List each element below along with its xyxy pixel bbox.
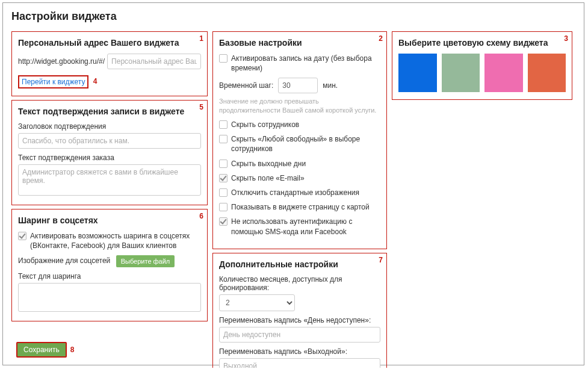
cb-show-map-label: Показывать в виджете страницу с картой [231,202,370,212]
rename-unavail-label: Переименовать надпись «День недоступен»: [219,316,380,324]
panel-color-scheme: 3 Выберите цветовую схему виджета [392,31,572,100]
column-middle: 2 Базовые настройки Активировать запись … [212,31,387,368]
page-title: Настройки виджета [11,10,575,23]
cb-hide-staff-label: Скрыть сотрудников [231,120,299,129]
cb-hide-any-free[interactable]: Скрыть «Любой свободный» в выборе сотруд… [219,134,380,153]
cb-hide-email-box[interactable] [219,174,227,182]
panel-title-sharing: Шаринг в соцсетях [18,216,201,225]
panel-marker-1: 1 [199,34,203,43]
confirmation-heading-input[interactable] [18,133,201,149]
cb-hide-staff[interactable]: Скрыть сотрудников [219,120,380,129]
time-step-unit: мин. [323,81,338,90]
cb-hide-staff-box[interactable] [219,120,227,129]
column-right: 3 Выберите цветовую схему виджета [392,31,572,100]
cb-hide-email[interactable]: Скрыть поле «E-mail» [219,173,380,183]
panel-marker-8: 8 [70,346,75,354]
panel-confirmation-text: 5 Текст подтверждения записи в виджете З… [11,100,208,205]
save-row: Сохранить 8 [16,342,74,358]
rename-unavail-input[interactable] [219,327,380,343]
time-step-hint: Значение не должно превышать продолжител… [219,97,380,115]
confirmation-heading-label: Заголовок подтверждения [18,122,201,131]
panel-title-confirmation: Текст подтверждения записи в виджете [18,107,201,116]
sharing-text-textarea[interactable] [18,283,201,312]
panel-marker-2: 2 [379,34,383,43]
color-swatches [398,54,566,92]
time-step-label: Временной шаг: [219,81,273,90]
address-row: http://widget.gbooking.ru/#/ [18,54,201,69]
color-swatch-green[interactable] [442,54,480,92]
time-step-row: Временной шаг: мин. [219,78,380,93]
cb-no-auth[interactable]: Не использовать аутентификацию с помощью… [219,217,380,236]
panel-personal-address: 1 Персональный адрес Вашего виджета http… [11,31,208,96]
panel-marker-5: 5 [199,103,203,111]
panel-title-colors: Выберите цветовую схему виджета [398,38,566,48]
widget-settings-page: Настройки виджета 1 Персональный адрес В… [2,2,584,365]
save-button[interactable]: Сохранить [16,342,67,358]
panel-social-sharing: 6 Шаринг в соцсетях Активировать возможн… [11,209,208,321]
confirmation-body-label: Текст подтверждения заказа [18,153,201,162]
cb-activate-date[interactable]: Активировать запись на дату (без выбора … [219,54,380,73]
rename-holiday-label: Переименовать надпись «Выходной»: [219,347,380,356]
cb-activate-date-box[interactable] [219,54,227,63]
cb-show-map-box[interactable] [219,203,227,211]
months-label: Количество месяцев, доступных для бронир… [219,275,380,292]
sharing-enable-checkbox[interactable] [18,232,26,240]
panel-marker-3: 3 [564,34,568,43]
panel-title-basic: Базовые настройки [219,38,380,48]
sharing-image-row: Изображение для соцсетей Выберите файл [18,255,201,267]
cb-hide-email-label: Скрыть поле «E-mail» [231,173,305,183]
cb-activate-date-label: Активировать запись на дату (без выбора … [231,54,380,73]
cb-hide-any-free-box[interactable] [219,135,227,143]
cb-disable-images-box[interactable] [219,188,227,197]
choose-file-button[interactable]: Выберите файл [116,255,175,267]
cb-no-auth-label: Не использовать аутентификацию с помощью… [231,217,380,236]
address-input[interactable] [107,54,201,69]
sharing-image-label: Изображение для соцсетей [18,257,110,265]
panel-title-address: Персональный адрес Вашего виджета [18,38,201,48]
months-select[interactable]: 2 [219,294,295,311]
cb-hide-days-off-box[interactable] [219,160,227,168]
cb-no-auth-box[interactable] [219,217,227,226]
cb-show-map[interactable]: Показывать в виджете страницу с картой [219,202,380,212]
time-step-input[interactable] [278,78,318,93]
cb-disable-images[interactable]: Отключить стандартные изображения [219,188,380,197]
panel-marker-7: 7 [379,256,383,264]
panel-additional-settings: 7 Дополнительные настройки Количество ме… [212,253,387,368]
cb-hide-any-free-label: Скрыть «Любой свободный» в выборе сотруд… [231,134,380,153]
go-to-widget-link[interactable]: Перейти к виджету [22,78,85,86]
cb-hide-days-off[interactable]: Скрыть выходные дни [219,159,380,169]
columns: 1 Персональный адрес Вашего виджета http… [11,31,575,368]
confirmation-body-textarea[interactable] [18,164,201,196]
panel-basic-settings: 2 Базовые настройки Активировать запись … [212,31,387,249]
column-left: 1 Персональный адрес Вашего виджета http… [11,31,208,321]
panel-title-additional: Дополнительные настройки [219,259,380,269]
color-swatch-orange[interactable] [528,54,566,92]
panel-marker-6: 6 [199,212,203,220]
sharing-text-label: Текст для шаринга [18,272,201,281]
address-prefix: http://widget.gbooking.ru/#/ [18,57,105,66]
sharing-enable-row[interactable]: Активировать возможность шаринга в соцсе… [18,231,201,250]
cb-disable-images-label: Отключить стандартные изображения [231,188,359,197]
sharing-enable-label: Активировать возможность шаринга в соцсе… [30,231,201,250]
rename-holiday-input[interactable] [219,358,380,368]
go-to-widget-box: Перейти к виджету 4 [18,75,88,88]
cb-hide-days-off-label: Скрыть выходные дни [231,159,306,169]
color-swatch-blue[interactable] [398,54,437,92]
panel-marker-4: 4 [93,77,97,85]
color-swatch-pink[interactable] [484,54,523,92]
